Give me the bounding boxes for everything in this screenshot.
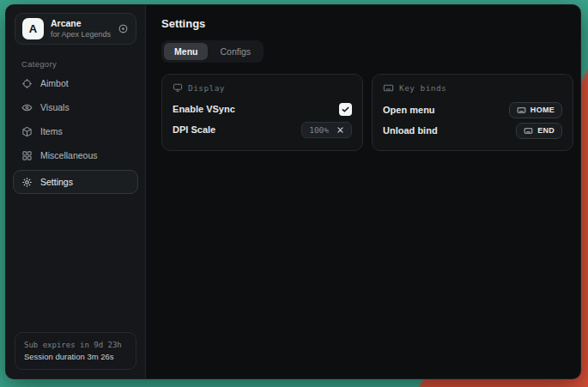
dpi-scale-label: DPI Scale (173, 124, 215, 135)
keybinds-card-header: Key binds (383, 82, 562, 94)
vsync-row: Enable VSync (173, 99, 352, 119)
brand-text: Arcane for Apex Legends (51, 18, 111, 39)
sub-expiry-text: Sub expires in 9d 23h (24, 339, 127, 351)
keybinds-card-title: Key binds (399, 83, 446, 93)
target-icon[interactable] (118, 23, 129, 34)
sidebar-item-visuals[interactable]: Visuals (13, 95, 138, 119)
unload-bind-label: Unload bind (383, 125, 438, 136)
keyboard-icon (524, 126, 533, 136)
sidebar-item-aimbot[interactable]: Aimbot (13, 71, 138, 95)
tab-configs[interactable]: Configs (209, 43, 261, 60)
monitor-icon (173, 82, 183, 93)
open-menu-label: Open menu (383, 105, 435, 115)
sidebar: A Arcane for Apex Legends Category Aimbo… (6, 5, 146, 378)
unload-bind-key: END (537, 126, 555, 135)
open-menu-keybind[interactable]: HOME (509, 102, 562, 118)
keyboard-icon (517, 106, 526, 115)
dpi-scale-input[interactable]: 100% (301, 122, 352, 138)
page-title: Settings (161, 17, 573, 30)
sidebar-item-items[interactable]: Items (13, 119, 138, 143)
eye-icon (21, 102, 33, 113)
sidebar-item-label: Visuals (40, 102, 70, 112)
main-content: Settings Menu Configs Display Enable VSy… (146, 5, 581, 378)
tab-menu[interactable]: Menu (164, 43, 208, 60)
dpi-scale-value: 100% (309, 125, 329, 135)
unload-bind-keybind[interactable]: END (516, 123, 562, 139)
brand-card: A Arcane for Apex Legends (15, 13, 136, 45)
display-card-title: Display (188, 83, 225, 93)
display-card: Display Enable VSync DPI Scale (161, 74, 363, 151)
brand-subtitle: for Apex Legends (51, 29, 111, 39)
dpi-scale-row: DPI Scale 100% (173, 119, 352, 140)
session-duration-text: Session duration 3m 26s (24, 351, 127, 363)
keybinds-card: Key binds Open menu HOME Unload bin (372, 74, 573, 151)
open-menu-key: HOME (530, 106, 555, 114)
sidebar-item-label: Settings (40, 177, 73, 187)
app-window: A Arcane for Apex Legends Category Aimbo… (5, 4, 581, 379)
brand-name: Arcane (51, 18, 111, 29)
open-menu-row: Open menu HOME (383, 100, 562, 120)
keyboard-icon (383, 82, 394, 94)
close-icon[interactable] (336, 126, 344, 134)
tab-group: Menu Configs (161, 40, 264, 63)
sidebar-nav: Aimbot Visuals Items (6, 71, 145, 197)
cards-row: Display Enable VSync DPI Scale (161, 74, 573, 151)
crosshair-icon (21, 78, 33, 89)
sidebar-spacer (6, 197, 145, 325)
sidebar-item-label: Aimbot (40, 78, 69, 88)
check-icon (341, 105, 350, 114)
package-icon (21, 126, 33, 137)
sidebar-item-label: Items (40, 126, 63, 136)
gear-icon (21, 177, 33, 188)
sidebar-item-settings[interactable]: Settings (13, 170, 138, 194)
subscription-status-card: Sub expires in 9d 23h Session duration 3… (15, 332, 136, 370)
category-label: Category (21, 59, 145, 69)
unload-bind-row: Unload bind END (383, 120, 562, 141)
vsync-label: Enable VSync (173, 104, 235, 114)
grid-icon (21, 150, 33, 161)
brand-logo: A (22, 18, 44, 39)
vsync-checkbox[interactable] (339, 103, 352, 116)
display-card-header: Display (173, 82, 352, 93)
sidebar-item-label: Miscellaneous (40, 150, 98, 160)
sidebar-item-miscellaneous[interactable]: Miscellaneous (13, 143, 138, 167)
